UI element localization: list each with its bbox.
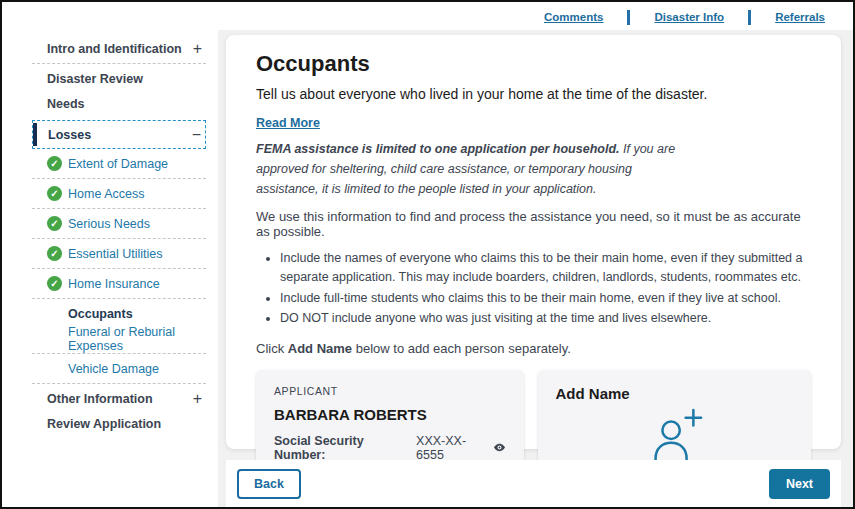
sidebar-item-label: Needs <box>47 97 85 111</box>
sidebar-divider <box>32 178 206 179</box>
sidebar-item-vehicle-damage[interactable]: Vehicle Damage <box>32 356 206 381</box>
collapse-icon[interactable]: − <box>192 126 205 144</box>
sidebar-divider <box>32 63 206 64</box>
nav-divider <box>627 10 630 25</box>
sidebar-item-label: Disaster Review <box>47 72 143 86</box>
footer-bar: Back Next <box>226 460 841 507</box>
page-subtitle: Tell us about everyone who lived in your… <box>256 86 811 102</box>
sidebar-nav: Intro and Identification + Disaster Revi… <box>32 36 206 436</box>
ssn-visibility-eye-icon[interactable] <box>493 441 506 454</box>
sidebar-item-home-access[interactable]: ✓ Home Access <box>32 181 206 206</box>
sidebar-item-serious-needs[interactable]: ✓ Serious Needs <box>32 211 206 236</box>
instructions-list: Include the names of everyone who claims… <box>280 249 811 329</box>
sidebar-item-home-insurance[interactable]: ✓ Home Insurance <box>32 271 206 296</box>
sidebar-item-label: Review Application <box>47 417 161 431</box>
instruction-item: DO NOT include anyone who was just visit… <box>280 309 811 328</box>
complete-check-icon: ✓ <box>47 216 62 231</box>
complete-check-icon: ✓ <box>47 186 62 201</box>
click-add-name-hint: Click Add Name below to add each person … <box>256 341 811 356</box>
intro-text: We use this information to find and proc… <box>256 209 811 239</box>
ssn-row: Social Security Number: XXX-XX-6555 <box>274 434 506 462</box>
sidebar-divider <box>32 238 206 239</box>
add-name-title: Add Name <box>556 385 794 402</box>
applicant-name: BARBARA ROBERTS <box>274 406 506 423</box>
sidebar-item-losses-focused[interactable]: Losses − <box>32 120 206 149</box>
complete-check-icon: ✓ <box>47 156 62 171</box>
nav-link-referrals[interactable]: Referrals <box>775 11 825 23</box>
sidebar-item-funeral-or-reburial-expenses[interactable]: Funeral or Reburial Expenses <box>32 326 206 351</box>
instruction-item: Include the names of everyone who claims… <box>280 249 811 288</box>
expand-icon[interactable]: + <box>193 390 206 408</box>
complete-check-icon: ✓ <box>47 276 62 291</box>
sidebar-divider <box>32 268 206 269</box>
notice-bold-text: FEMA assistance is limited to one applic… <box>256 142 620 156</box>
sidebar-divider <box>32 298 206 299</box>
occupants-panel: Occupants Tell us about everyone who liv… <box>226 35 841 449</box>
sidebar-item-occupants-current[interactable]: Occupants <box>32 301 206 326</box>
ssn-label: Social Security Number: <box>274 434 412 462</box>
sidebar-item-label: Intro and Identification <box>47 42 182 56</box>
sidebar-item-review-application[interactable]: Review Application <box>32 411 206 436</box>
nav-link-disaster-info[interactable]: Disaster Info <box>654 11 724 23</box>
instruction-item: Include full-time students who claims th… <box>280 289 811 308</box>
active-section-bar <box>33 123 37 146</box>
sidebar-item-needs[interactable]: Needs <box>32 91 206 116</box>
next-button[interactable]: Next <box>769 469 830 499</box>
ssn-value: XXX-XX-6555 <box>416 434 490 462</box>
back-button[interactable]: Back <box>237 469 301 499</box>
sidebar-item-extent-of-damage[interactable]: ✓ Extent of Damage <box>32 151 206 176</box>
sidebar-item-label: Losses <box>48 128 91 142</box>
nav-divider <box>748 10 751 25</box>
sidebar-item-label: Other Information <box>47 392 153 406</box>
sidebar-item-essential-utilities[interactable]: ✓ Essential Utilities <box>32 241 206 266</box>
applicant-label: APPLICANT <box>274 385 506 397</box>
sidebar-divider <box>32 383 206 384</box>
sidebar-divider <box>32 208 206 209</box>
nav-link-comments[interactable]: Comments <box>544 11 603 23</box>
application-window: Comments Disaster Info Referrals Intro a… <box>0 0 855 509</box>
expand-icon[interactable]: + <box>193 40 206 58</box>
fema-notice: FEMA assistance is limited to one applic… <box>256 139 676 199</box>
complete-check-icon: ✓ <box>47 246 62 261</box>
content-column: Occupants Tell us about everyone who liv… <box>218 30 853 507</box>
sidebar-divider <box>32 353 206 354</box>
top-nav: Comments Disaster Info Referrals <box>2 2 853 32</box>
sidebar-item-disaster-review[interactable]: Disaster Review <box>32 66 206 91</box>
sidebar-item-other-information[interactable]: Other Information + <box>32 386 206 411</box>
page-title: Occupants <box>256 51 811 77</box>
sidebar-item-intro-and-identification[interactable]: Intro and Identification + <box>32 36 206 61</box>
read-more-link[interactable]: Read More <box>256 116 320 130</box>
